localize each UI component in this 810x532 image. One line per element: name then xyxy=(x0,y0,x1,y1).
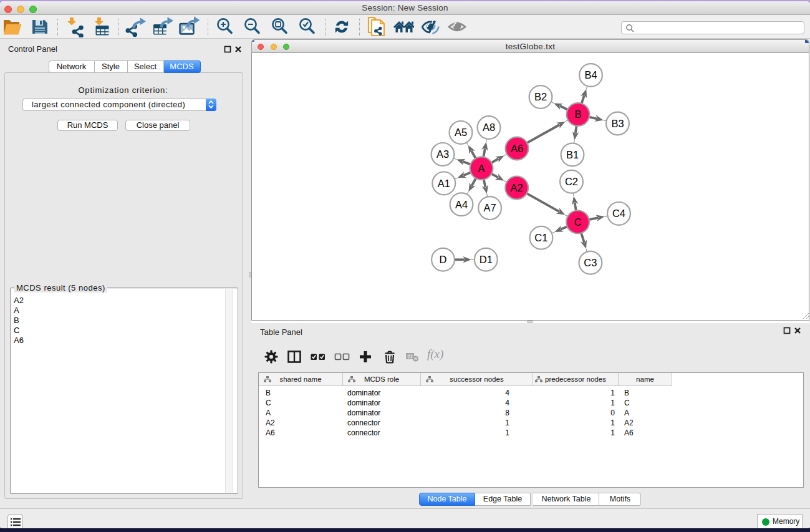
svg-text:A6: A6 xyxy=(511,143,523,154)
svg-text:B1: B1 xyxy=(566,149,579,160)
svg-text:C1: C1 xyxy=(534,232,547,243)
svg-text:C4: C4 xyxy=(612,208,625,219)
svg-text:A3: A3 xyxy=(436,148,449,160)
svg-text:C3: C3 xyxy=(584,257,597,268)
svg-text:B2: B2 xyxy=(534,91,547,102)
svg-text:A2: A2 xyxy=(511,182,523,193)
svg-text:D1: D1 xyxy=(480,254,493,265)
svg-text:A1: A1 xyxy=(438,178,450,189)
svg-text:A: A xyxy=(478,163,485,174)
svg-text:B: B xyxy=(574,109,581,120)
svg-text:A5: A5 xyxy=(455,127,467,138)
svg-text:C: C xyxy=(574,216,582,228)
svg-text:B3: B3 xyxy=(611,118,624,129)
svg-text:D: D xyxy=(440,254,447,265)
svg-text:C2: C2 xyxy=(565,176,578,187)
svg-text:B4: B4 xyxy=(584,69,597,80)
svg-text:A8: A8 xyxy=(483,122,495,133)
svg-text:A4: A4 xyxy=(455,199,468,210)
svg-text:A7: A7 xyxy=(484,202,496,213)
